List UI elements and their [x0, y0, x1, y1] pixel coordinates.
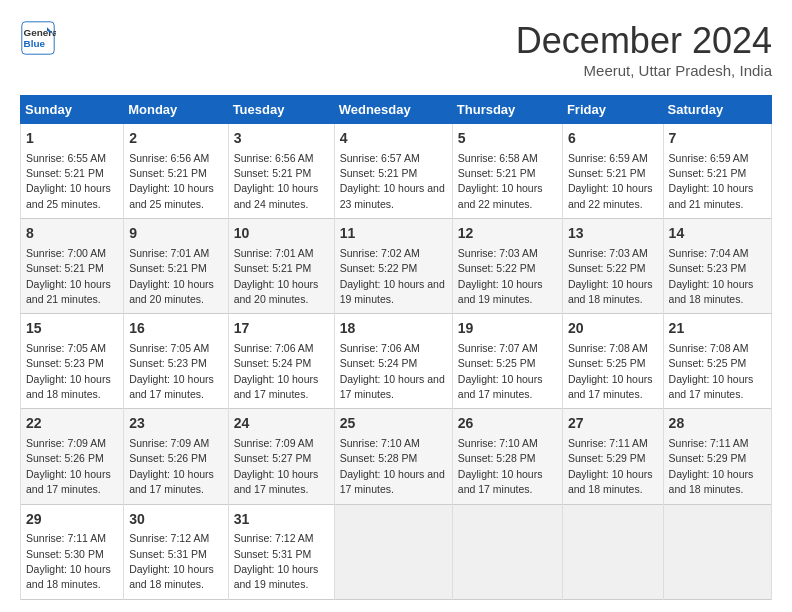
day-number: 26: [458, 414, 557, 434]
table-row: 9 Sunrise: 7:01 AMSunset: 5:21 PMDayligh…: [124, 219, 228, 314]
day-info: Sunrise: 7:02 AMSunset: 5:22 PMDaylight:…: [340, 247, 445, 305]
table-row: 20 Sunrise: 7:08 AMSunset: 5:25 PMDaylig…: [562, 314, 663, 409]
day-number: 4: [340, 129, 447, 149]
day-info: Sunrise: 7:11 AMSunset: 5:29 PMDaylight:…: [568, 437, 653, 495]
calendar-row-5: 29 Sunrise: 7:11 AMSunset: 5:30 PMDaylig…: [21, 504, 772, 599]
col-friday: Friday: [562, 96, 663, 124]
day-info: Sunrise: 6:56 AMSunset: 5:21 PMDaylight:…: [129, 152, 214, 210]
day-info: Sunrise: 7:10 AMSunset: 5:28 PMDaylight:…: [340, 437, 445, 495]
day-number: 19: [458, 319, 557, 339]
day-number: 29: [26, 510, 118, 530]
table-row: [562, 504, 663, 599]
day-info: Sunrise: 7:03 AMSunset: 5:22 PMDaylight:…: [568, 247, 653, 305]
table-row: [452, 504, 562, 599]
day-info: Sunrise: 6:59 AMSunset: 5:21 PMDaylight:…: [568, 152, 653, 210]
table-row: 1 Sunrise: 6:55 AMSunset: 5:21 PMDayligh…: [21, 124, 124, 219]
table-row: 5 Sunrise: 6:58 AMSunset: 5:21 PMDayligh…: [452, 124, 562, 219]
logo: General Blue: [20, 20, 56, 56]
col-saturday: Saturday: [663, 96, 771, 124]
day-info: Sunrise: 7:05 AMSunset: 5:23 PMDaylight:…: [26, 342, 111, 400]
day-number: 3: [234, 129, 329, 149]
day-info: Sunrise: 7:12 AMSunset: 5:31 PMDaylight:…: [129, 532, 214, 590]
day-info: Sunrise: 7:06 AMSunset: 5:24 PMDaylight:…: [234, 342, 319, 400]
table-row: 24 Sunrise: 7:09 AMSunset: 5:27 PMDaylig…: [228, 409, 334, 504]
day-number: 1: [26, 129, 118, 149]
table-row: 21 Sunrise: 7:08 AMSunset: 5:25 PMDaylig…: [663, 314, 771, 409]
calendar-row-3: 15 Sunrise: 7:05 AMSunset: 5:23 PMDaylig…: [21, 314, 772, 409]
table-row: 7 Sunrise: 6:59 AMSunset: 5:21 PMDayligh…: [663, 124, 771, 219]
day-number: 11: [340, 224, 447, 244]
day-info: Sunrise: 6:57 AMSunset: 5:21 PMDaylight:…: [340, 152, 445, 210]
table-row: 13 Sunrise: 7:03 AMSunset: 5:22 PMDaylig…: [562, 219, 663, 314]
table-row: 29 Sunrise: 7:11 AMSunset: 5:30 PMDaylig…: [21, 504, 124, 599]
table-row: 26 Sunrise: 7:10 AMSunset: 5:28 PMDaylig…: [452, 409, 562, 504]
day-number: 10: [234, 224, 329, 244]
table-row: 15 Sunrise: 7:05 AMSunset: 5:23 PMDaylig…: [21, 314, 124, 409]
day-number: 22: [26, 414, 118, 434]
day-number: 12: [458, 224, 557, 244]
day-number: 14: [669, 224, 766, 244]
day-info: Sunrise: 7:01 AMSunset: 5:21 PMDaylight:…: [234, 247, 319, 305]
day-number: 16: [129, 319, 222, 339]
day-info: Sunrise: 7:01 AMSunset: 5:21 PMDaylight:…: [129, 247, 214, 305]
table-row: [334, 504, 452, 599]
svg-text:Blue: Blue: [24, 38, 46, 49]
day-number: 23: [129, 414, 222, 434]
day-number: 6: [568, 129, 658, 149]
day-info: Sunrise: 7:09 AMSunset: 5:26 PMDaylight:…: [129, 437, 214, 495]
calendar-table: Sunday Monday Tuesday Wednesday Thursday…: [20, 95, 772, 600]
day-info: Sunrise: 7:10 AMSunset: 5:28 PMDaylight:…: [458, 437, 543, 495]
logo-icon: General Blue: [20, 20, 56, 56]
col-sunday: Sunday: [21, 96, 124, 124]
table-row: 14 Sunrise: 7:04 AMSunset: 5:23 PMDaylig…: [663, 219, 771, 314]
day-info: Sunrise: 6:59 AMSunset: 5:21 PMDaylight:…: [669, 152, 754, 210]
day-info: Sunrise: 7:08 AMSunset: 5:25 PMDaylight:…: [568, 342, 653, 400]
calendar-row-1: 1 Sunrise: 6:55 AMSunset: 5:21 PMDayligh…: [21, 124, 772, 219]
day-number: 24: [234, 414, 329, 434]
day-number: 20: [568, 319, 658, 339]
month-title: December 2024: [516, 20, 772, 62]
day-info: Sunrise: 7:12 AMSunset: 5:31 PMDaylight:…: [234, 532, 319, 590]
calendar-row-2: 8 Sunrise: 7:00 AMSunset: 5:21 PMDayligh…: [21, 219, 772, 314]
location: Meerut, Uttar Pradesh, India: [516, 62, 772, 79]
table-row: 11 Sunrise: 7:02 AMSunset: 5:22 PMDaylig…: [334, 219, 452, 314]
col-monday: Monday: [124, 96, 228, 124]
day-number: 28: [669, 414, 766, 434]
col-tuesday: Tuesday: [228, 96, 334, 124]
day-number: 18: [340, 319, 447, 339]
table-row: 27 Sunrise: 7:11 AMSunset: 5:29 PMDaylig…: [562, 409, 663, 504]
table-row: 31 Sunrise: 7:12 AMSunset: 5:31 PMDaylig…: [228, 504, 334, 599]
col-wednesday: Wednesday: [334, 96, 452, 124]
table-row: 10 Sunrise: 7:01 AMSunset: 5:21 PMDaylig…: [228, 219, 334, 314]
header-row: Sunday Monday Tuesday Wednesday Thursday…: [21, 96, 772, 124]
table-row: 18 Sunrise: 7:06 AMSunset: 5:24 PMDaylig…: [334, 314, 452, 409]
table-row: 17 Sunrise: 7:06 AMSunset: 5:24 PMDaylig…: [228, 314, 334, 409]
table-row: 23 Sunrise: 7:09 AMSunset: 5:26 PMDaylig…: [124, 409, 228, 504]
day-info: Sunrise: 7:11 AMSunset: 5:29 PMDaylight:…: [669, 437, 754, 495]
table-row: 2 Sunrise: 6:56 AMSunset: 5:21 PMDayligh…: [124, 124, 228, 219]
day-info: Sunrise: 7:00 AMSunset: 5:21 PMDaylight:…: [26, 247, 111, 305]
day-info: Sunrise: 7:05 AMSunset: 5:23 PMDaylight:…: [129, 342, 214, 400]
table-row: 4 Sunrise: 6:57 AMSunset: 5:21 PMDayligh…: [334, 124, 452, 219]
day-info: Sunrise: 6:55 AMSunset: 5:21 PMDaylight:…: [26, 152, 111, 210]
page-header: General Blue December 2024 Meerut, Uttar…: [20, 20, 772, 79]
calendar-row-4: 22 Sunrise: 7:09 AMSunset: 5:26 PMDaylig…: [21, 409, 772, 504]
day-number: 9: [129, 224, 222, 244]
day-number: 30: [129, 510, 222, 530]
day-number: 2: [129, 129, 222, 149]
table-row: 28 Sunrise: 7:11 AMSunset: 5:29 PMDaylig…: [663, 409, 771, 504]
table-row: 12 Sunrise: 7:03 AMSunset: 5:22 PMDaylig…: [452, 219, 562, 314]
day-number: 21: [669, 319, 766, 339]
day-number: 31: [234, 510, 329, 530]
day-number: 27: [568, 414, 658, 434]
col-thursday: Thursday: [452, 96, 562, 124]
day-number: 17: [234, 319, 329, 339]
day-info: Sunrise: 6:56 AMSunset: 5:21 PMDaylight:…: [234, 152, 319, 210]
table-row: 8 Sunrise: 7:00 AMSunset: 5:21 PMDayligh…: [21, 219, 124, 314]
day-info: Sunrise: 7:07 AMSunset: 5:25 PMDaylight:…: [458, 342, 543, 400]
table-row: 25 Sunrise: 7:10 AMSunset: 5:28 PMDaylig…: [334, 409, 452, 504]
table-row: 22 Sunrise: 7:09 AMSunset: 5:26 PMDaylig…: [21, 409, 124, 504]
day-number: 15: [26, 319, 118, 339]
table-row: [663, 504, 771, 599]
day-info: Sunrise: 7:06 AMSunset: 5:24 PMDaylight:…: [340, 342, 445, 400]
